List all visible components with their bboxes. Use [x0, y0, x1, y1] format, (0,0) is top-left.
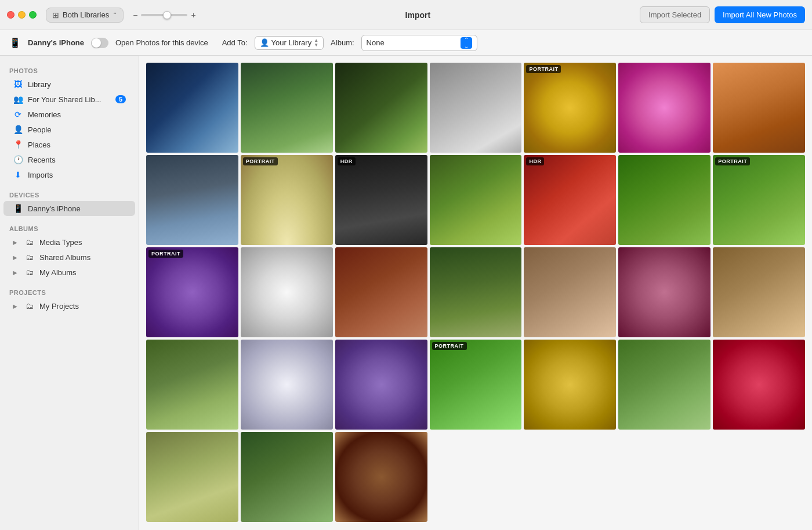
photo-bg-p4	[430, 63, 522, 153]
sidebar-item-shared-lib[interactable]: 👥 For Your Shared Lib... 5	[3, 92, 135, 107]
photo-bg-p11	[430, 155, 522, 245]
expand-icon-my-albums: ▶	[13, 269, 17, 276]
photo-item-p2[interactable]	[241, 63, 333, 153]
photo-item-p17[interactable]	[335, 247, 427, 337]
photo-item-p32[interactable]	[430, 432, 522, 522]
library-dropdown[interactable]: 👤 Your Library ▲ ▼	[255, 36, 324, 50]
add-to-label: Add To:	[222, 38, 248, 47]
expand-icon-shared: ▶	[13, 254, 17, 261]
photo-item-p15[interactable]: PORTRAIT	[146, 247, 238, 337]
open-photos-toggle[interactable]	[91, 38, 108, 48]
photo-item-p34[interactable]	[618, 432, 710, 522]
photo-item-p25[interactable]: PORTRAIT	[430, 340, 522, 430]
photo-row-3: PORTRAIT	[146, 340, 805, 430]
photo-bg-p18	[430, 247, 522, 337]
photo-badge-p14: PORTRAIT	[715, 157, 750, 165]
library-selector-label: Both Libraries	[63, 10, 109, 19]
zoom-out-button[interactable]: −	[133, 10, 137, 20]
photo-bg-p7	[713, 63, 805, 153]
photo-item-p8[interactable]	[146, 155, 238, 245]
photo-row-1: PORTRAITHDRHDRPORTRAIT	[146, 155, 805, 245]
photo-badge-p25: PORTRAIT	[432, 342, 467, 350]
photo-item-p19[interactable]	[524, 247, 616, 337]
photo-badge-p12: HDR	[526, 157, 544, 165]
photo-item-p35[interactable]	[713, 432, 805, 522]
photo-bg-p28	[713, 340, 805, 430]
photo-row-0: PORTRAIT	[146, 63, 805, 153]
sidebar-item-my-projects[interactable]: ▶ 🗂 My Projects	[3, 298, 135, 313]
photo-bg-p13	[618, 155, 710, 245]
photo-bg-p24	[335, 340, 427, 430]
photo-item-p24[interactable]	[335, 340, 427, 430]
photo-bg-p23	[241, 340, 333, 430]
photo-item-p14[interactable]: PORTRAIT	[713, 155, 805, 245]
sidebar-item-imports[interactable]: ⬇ Imports	[3, 167, 135, 182]
photo-item-p29[interactable]	[146, 432, 238, 522]
photo-badge-p15: PORTRAIT	[148, 250, 183, 258]
shared-albums-icon: 🗂	[24, 253, 35, 262]
photo-item-p3[interactable]	[335, 63, 427, 153]
sidebar-item-shared-albums[interactable]: ▶ 🗂 Shared Albums	[3, 250, 135, 265]
photo-item-p18[interactable]	[430, 247, 522, 337]
photo-item-p28[interactable]	[713, 340, 805, 430]
sidebar-item-media-types[interactable]: ▶ 🗂 Media Types	[3, 235, 135, 250]
photo-row-4	[146, 432, 805, 522]
device-bar: 📱 Danny's iPhone Open Photos for this de…	[0, 30, 812, 56]
photo-bg-p26	[524, 340, 616, 430]
zoom-in-button[interactable]: +	[191, 10, 195, 20]
photo-bg-p22	[146, 340, 238, 430]
photo-item-p26[interactable]	[524, 340, 616, 430]
photo-item-p11[interactable]	[430, 155, 522, 245]
photo-item-p10[interactable]: HDR	[335, 155, 427, 245]
my-albums-icon: 🗂	[24, 268, 35, 277]
close-button[interactable]	[7, 11, 14, 19]
photo-bg-p5	[524, 63, 616, 153]
photo-item-p30[interactable]	[241, 432, 333, 522]
sidebar-item-memories[interactable]: ⟳ Memories	[3, 107, 135, 122]
shared-lib-badge: 5	[115, 95, 126, 103]
photo-item-p20[interactable]	[618, 247, 710, 337]
sidebar-item-places[interactable]: 📍 Places	[3, 137, 135, 152]
photo-item-p21[interactable]	[713, 247, 805, 337]
photo-item-p4[interactable]	[430, 63, 522, 153]
minimize-button[interactable]	[18, 11, 26, 19]
photo-bg-p10	[335, 155, 427, 245]
photo-bg-p17	[335, 247, 427, 337]
sidebar-item-library[interactable]: 🖼 Library	[3, 77, 135, 92]
photo-item-p22[interactable]	[146, 340, 238, 430]
photo-item-p13[interactable]	[618, 155, 710, 245]
photo-item-p31[interactable]	[335, 432, 427, 522]
sidebar-item-recents[interactable]: 🕐 Recents	[3, 152, 135, 167]
photo-item-p12[interactable]: HDR	[524, 155, 616, 245]
fullscreen-button[interactable]	[29, 11, 37, 19]
dropdown-arrows-icon: ▲ ▼	[314, 38, 318, 48]
photo-item-p33[interactable]	[524, 432, 616, 522]
sidebar-item-people[interactable]: 👤 People	[3, 122, 135, 137]
photo-item-p27[interactable]	[618, 340, 710, 430]
sidebar-item-iphone[interactable]: 📱 Danny's iPhone	[3, 201, 135, 216]
library-selector[interactable]: ⊞ Both Libraries ⌃	[46, 8, 124, 23]
title-bar: ⊞ Both Libraries ⌃ − + Import Import Sel…	[0, 0, 812, 30]
album-dropdown-arrows[interactable]: ⌃⌄	[461, 37, 472, 49]
sidebar-item-my-albums[interactable]: ▶ 🗂 My Albums	[3, 265, 135, 280]
photo-item-p16[interactable]	[241, 247, 333, 337]
zoom-thumb[interactable]	[163, 11, 171, 19]
photo-item-p9[interactable]: PORTRAIT	[241, 155, 333, 245]
import-all-button[interactable]: Import All New Photos	[715, 6, 805, 23]
sidebar: Photos 🖼 Library 👥 For Your Shared Lib..…	[0, 56, 139, 530]
iphone-icon: 📱	[13, 204, 23, 213]
import-selected-button[interactable]: Import Selected	[640, 6, 710, 23]
device-name: Danny's iPhone	[28, 38, 84, 47]
zoom-track[interactable]	[141, 14, 187, 16]
photo-item-p6[interactable]	[618, 63, 710, 153]
photo-bg-p29	[146, 432, 238, 522]
photo-item-p1[interactable]	[146, 63, 238, 153]
photo-bg-p31	[335, 432, 427, 522]
photo-item-p7[interactable]	[713, 63, 805, 153]
photo-item-p5[interactable]: PORTRAIT	[524, 63, 616, 153]
sidebar-section-devices: Devices	[0, 187, 139, 201]
photo-grid-container: PORTRAITPORTRAITHDRHDRPORTRAITPORTRAITPO…	[139, 56, 812, 530]
album-dropdown[interactable]: None ⌃⌄	[361, 35, 477, 51]
photo-item-p23[interactable]	[241, 340, 333, 430]
sidebar-section-photos: Photos	[0, 63, 139, 77]
